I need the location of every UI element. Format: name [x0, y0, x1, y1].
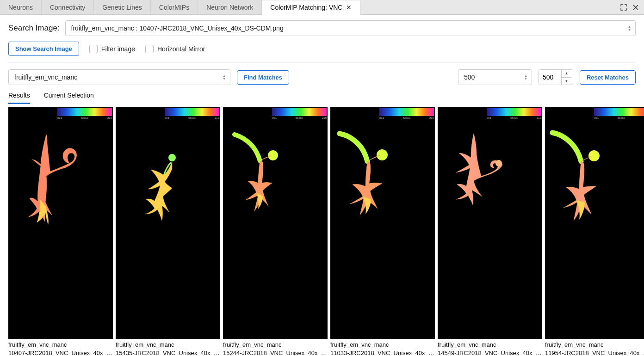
options-row: Show Search Image Filter image Horizonta…	[8, 42, 636, 63]
colorbar	[165, 108, 219, 116]
result-thumbnail[interactable]: 001Slices219	[330, 107, 435, 339]
search-image-select[interactable]: fruitfly_em_vnc_manc : 10407-JRC2018_VNC…	[65, 20, 636, 36]
result-card[interactable]: 001Slices219 fruitfly_em_vnc_manc 10407-…	[8, 107, 113, 356]
close-icon[interactable]: ✕	[346, 4, 352, 11]
filter-image-label: Filter image	[101, 45, 135, 53]
result-thumbnail[interactable]: 001Slices219	[223, 107, 328, 339]
controls-row: fruitfly_em_vnc_manc ▴▾ Find Matches 500…	[8, 63, 636, 85]
svg-point-0	[168, 154, 176, 161]
colorbar	[379, 108, 434, 116]
sub-tab-results[interactable]: Results	[8, 92, 30, 104]
svg-point-4	[588, 150, 600, 161]
horizontal-mirror-checkbox[interactable]: Horizontal Mirror	[145, 45, 205, 53]
spinner-up-icon[interactable]: ▲	[562, 70, 571, 78]
neuron-icon	[228, 128, 306, 229]
filter-image-checkbox[interactable]: Filter image	[89, 45, 135, 53]
chevron-up-down-icon: ▴▾	[223, 74, 225, 80]
colorbar	[594, 108, 644, 116]
result-card[interactable]: 001Slices219 fruitfly_em_vnc_manc 11954-…	[545, 107, 644, 356]
sub-tab-current-selection[interactable]: Current Selection	[44, 92, 94, 104]
neuron-icon	[19, 130, 93, 227]
chevron-up-down-icon: ▴▾	[628, 25, 631, 31]
tab-neurons[interactable]: Neurons	[0, 0, 42, 14]
tab-neuron-network[interactable]: Neuron Network	[198, 0, 262, 14]
tab-colormips[interactable]: ColorMIPs	[151, 0, 198, 14]
search-image-label: Search Image:	[8, 24, 60, 33]
tab-genetic-lines[interactable]: Genetic Lines	[94, 0, 151, 14]
reset-matches-button[interactable]: Reset Matches	[580, 70, 636, 85]
checkbox-icon	[145, 45, 154, 53]
neuron-icon	[446, 130, 525, 218]
close-panel-icon[interactable]	[632, 4, 639, 11]
tab-colormip-matching-vnc[interactable]: ColorMIP Matching: VNC ✕	[262, 0, 360, 15]
result-thumbnail[interactable]: 001Slices219	[8, 107, 113, 339]
colorbar	[57, 108, 112, 116]
result-meta: fruitfly_em_vnc_manc 14549-JRC2018_VNC_U…	[438, 341, 542, 356]
neuron-icon	[548, 127, 631, 236]
result-meta: fruitfly_em_vnc_manc 11033-JRC2018_VNC_U…	[330, 341, 435, 356]
colorbar-labels: 001Slices219	[57, 117, 112, 119]
sub-tabs: Results Current Selection	[8, 85, 636, 104]
svg-point-2	[377, 149, 388, 160]
result-meta: fruitfly_em_vnc_manc 15244-JRC2018_VNC_U…	[223, 341, 328, 356]
result-thumbnail[interactable]: 001Slices219	[438, 107, 542, 339]
result-thumbnail[interactable]: 001Slices219	[116, 107, 220, 339]
limit-select[interactable]: 500 ▴▾	[458, 69, 532, 85]
count-spinner[interactable]: ▲ ▼	[539, 69, 573, 85]
svg-point-1	[268, 150, 278, 160]
results-grid: 001Slices219 fruitfly_em_vnc_manc 10407-…	[8, 107, 636, 356]
result-card[interactable]: 001Slices219 fruitfly_em_vnc_manc 14549-…	[438, 107, 542, 356]
dataset-select-value: fruitfly_em_vnc_manc	[14, 74, 77, 81]
colorbar	[487, 108, 541, 116]
colorbar	[272, 108, 327, 116]
neuron-icon	[130, 144, 194, 227]
result-card[interactable]: 001Slices219 fruitfly_em_vnc_manc 11033-…	[330, 107, 435, 356]
result-card[interactable]: 001Slices219 fruitfly_em_vnc_manc 15244-…	[223, 107, 328, 356]
spinner-down-icon[interactable]: ▼	[562, 78, 571, 85]
result-meta: fruitfly_em_vnc_manc 11954-JRC2018_VNC_U…	[545, 341, 644, 356]
maximize-icon[interactable]	[620, 4, 627, 11]
result-meta: fruitfly_em_vnc_manc 15435-JRC2018_VNC_U…	[116, 341, 220, 356]
result-thumbnail[interactable]: 001Slices219	[545, 107, 644, 339]
colorbar-labels: 001Slices219	[272, 117, 327, 119]
tab-connectivity[interactable]: Connectivity	[42, 0, 94, 14]
result-card[interactable]: 001Slices219 fruitfly_em_vnc_manc 15435-…	[116, 107, 220, 356]
neuron-icon	[334, 127, 415, 231]
show-search-image-button[interactable]: Show Search Image	[8, 42, 79, 56]
chevron-up-down-icon: ▴▾	[525, 74, 527, 80]
colorbar-labels: 001Slices219	[594, 117, 644, 119]
colorbar-labels: 001Slices219	[165, 117, 219, 119]
content-area: Search Image: fruitfly_em_vnc_manc : 104…	[0, 15, 644, 356]
colorbar-labels: 001Slices219	[379, 117, 434, 119]
dataset-select[interactable]: fruitfly_em_vnc_manc ▴▾	[8, 69, 230, 85]
checkbox-icon	[89, 45, 98, 53]
result-meta: fruitfly_em_vnc_manc 10407-JRC2018_VNC_U…	[8, 341, 113, 356]
svg-point-3	[495, 160, 502, 166]
tab-bar: Neurons Connectivity Genetic Lines Color…	[0, 0, 644, 15]
colorbar-labels: 001Slices219	[487, 117, 541, 119]
horizontal-mirror-label: Horizontal Mirror	[157, 45, 205, 53]
find-matches-button[interactable]: Find Matches	[237, 70, 289, 85]
count-spinner-input[interactable]	[539, 70, 561, 85]
limit-select-value: 500	[464, 74, 475, 81]
search-image-row: Search Image: fruitfly_em_vnc_manc : 104…	[8, 20, 636, 36]
search-image-value: fruitfly_em_vnc_manc : 10407-JRC2018_VNC…	[71, 25, 284, 32]
